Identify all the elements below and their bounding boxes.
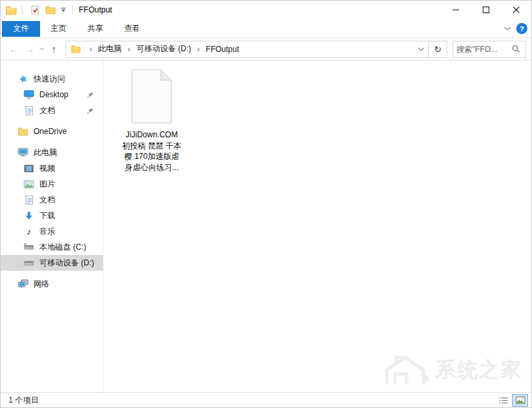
customize-quick-access-toolbar-button[interactable] (58, 3, 68, 17)
sidebar-item-label: OneDrive (33, 127, 67, 136)
sidebar-item-music[interactable]: ♪ 音乐 (1, 223, 103, 239)
sidebar-item-network[interactable]: 网络 (1, 276, 103, 292)
maximize-button[interactable] (471, 1, 501, 19)
watermark: 系统之家 (382, 353, 522, 387)
file-item[interactable]: JiJiDown.COM 初投稿 琵琶 千本 樱 170加速版虐 身虐心向练习.… (112, 69, 192, 173)
refresh-button[interactable]: ↻ (429, 41, 447, 58)
sidebar-item-desktop[interactable]: Desktop (1, 87, 103, 102)
ribbon-tab-row: 文件 主页 共享 查看 ? (1, 19, 531, 38)
network-icon (18, 279, 28, 289)
sidebar-item-label: 视频 (39, 163, 55, 174)
search-input[interactable] (456, 45, 512, 54)
sidebar-item-documents-quick[interactable]: 文档 (1, 102, 103, 118)
watermark-house-logo (382, 353, 433, 387)
sidebar-item-documents[interactable]: 文档 (1, 192, 103, 208)
sidebar-item-label: 图片 (39, 179, 55, 190)
sidebar-item-videos[interactable]: 视频 (1, 160, 103, 176)
this-pc-icon (18, 147, 28, 158)
new-folder-button[interactable] (43, 3, 58, 17)
breadcrumb-removable-d[interactable]: 可移动设备 (D:) (135, 43, 193, 55)
separator (72, 5, 73, 15)
breadcrumb-separator: › (123, 44, 134, 54)
local-disk-icon (24, 242, 34, 252)
close-button[interactable] (501, 1, 531, 19)
sidebar-item-label: Desktop (39, 90, 68, 99)
sidebar-item-label: 文档 (39, 194, 55, 206)
title-bar: FFOutput (1, 1, 531, 19)
pin-icon (87, 91, 94, 99)
sidebar-item-onedrive[interactable]: OneDrive (1, 124, 103, 139)
quick-access-star-icon (18, 74, 28, 84)
pictures-icon (24, 179, 34, 189)
sidebar-item-label: 网络 (33, 279, 49, 290)
breadcrumb-separator: › (193, 44, 204, 54)
folder-icon (71, 45, 81, 53)
sidebar-item-label: 下载 (39, 210, 55, 221)
large-icons-view-button[interactable] (512, 394, 528, 407)
expand-ribbon-chevron-icon[interactable] (504, 26, 511, 31)
sidebar-item-downloads[interactable]: 下载 (1, 208, 103, 223)
sidebar-item-local-disk-c[interactable]: 本地磁盘 (C:) (1, 239, 103, 255)
sidebar-item-quick-access[interactable]: 快速访问 (1, 71, 103, 87)
separator (22, 5, 22, 15)
onedrive-folder-icon (18, 126, 28, 137)
removable-drive-icon (24, 258, 34, 268)
sidebar-item-label: 音乐 (39, 226, 55, 237)
file-list-area[interactable]: JiJiDown.COM 初投稿 琵琶 千本 樱 170加速版虐 身虐心向练习.… (104, 60, 531, 392)
properties-button[interactable] (27, 3, 43, 17)
minimize-button[interactable] (441, 1, 471, 19)
item-count: 1 个项目 (9, 395, 39, 406)
tab-home[interactable]: 主页 (40, 21, 77, 37)
forward-button[interactable]: → (22, 41, 37, 57)
help-button[interactable]: ? (516, 23, 527, 34)
search-icon (512, 45, 520, 53)
status-bar: 1 个项目 (1, 392, 531, 407)
breadcrumb-separator: › (85, 44, 96, 54)
sidebar-item-label: 快速访问 (33, 74, 65, 85)
tab-share[interactable]: 共享 (77, 21, 114, 37)
folder-window-icon (5, 5, 17, 15)
document-icon (24, 194, 34, 205)
sidebar-item-label: 可移动设备 (D:) (39, 258, 94, 269)
back-button[interactable]: ← (6, 41, 22, 57)
address-row: ← → ↑ › 此电脑 › 可移动设备 (D:) › FFOutput ↻ (1, 38, 531, 60)
downloads-arrow-icon (24, 210, 34, 221)
sidebar-item-label: 文档 (39, 105, 55, 116)
tab-view[interactable]: 查看 (114, 21, 150, 37)
window-title: FFOutput (79, 5, 112, 14)
blank-file-icon (131, 69, 172, 124)
breadcrumb: › 此电脑 › 可移动设备 (D:) › FFOutput (85, 43, 241, 55)
explorer-window: FFOutput 文件 主页 共享 查看 ? ← → (0, 0, 532, 408)
videos-icon (24, 163, 34, 173)
navigation-pane: 快速访问 Desktop 文档 (1, 60, 104, 392)
caption-buttons (441, 1, 531, 19)
search-box[interactable] (453, 41, 526, 58)
watermark-text: 系统之家 (435, 356, 522, 384)
sidebar-item-label: 本地磁盘 (C:) (39, 242, 86, 253)
address-bar[interactable]: › 此电脑 › 可移动设备 (D:) › FFOutput (66, 41, 429, 58)
details-view-button[interactable] (495, 394, 511, 407)
up-button[interactable]: ↑ (46, 41, 62, 57)
document-icon (24, 105, 34, 116)
sidebar-item-this-pc[interactable]: 此电脑 (1, 145, 103, 160)
desktop-monitor-icon (24, 89, 34, 100)
tab-file[interactable]: 文件 (2, 21, 40, 37)
breadcrumb-ffoutput[interactable]: FFOutput (204, 45, 241, 54)
file-name: JiJiDown.COM 初投稿 琵琶 千本 樱 170加速版虐 身虐心向练习.… (112, 129, 192, 173)
sidebar-item-label: 此电脑 (33, 147, 57, 158)
breadcrumb-this-pc[interactable]: 此电脑 (96, 43, 123, 55)
music-note-icon: ♪ (24, 226, 34, 237)
recent-locations-chevron-icon[interactable] (37, 41, 46, 57)
address-dropdown-chevron-icon[interactable] (414, 41, 428, 57)
sidebar-item-pictures[interactable]: 图片 (1, 176, 103, 192)
pin-icon (87, 107, 94, 114)
sidebar-item-removable-d[interactable]: 可移动设备 (D:) (1, 255, 103, 271)
